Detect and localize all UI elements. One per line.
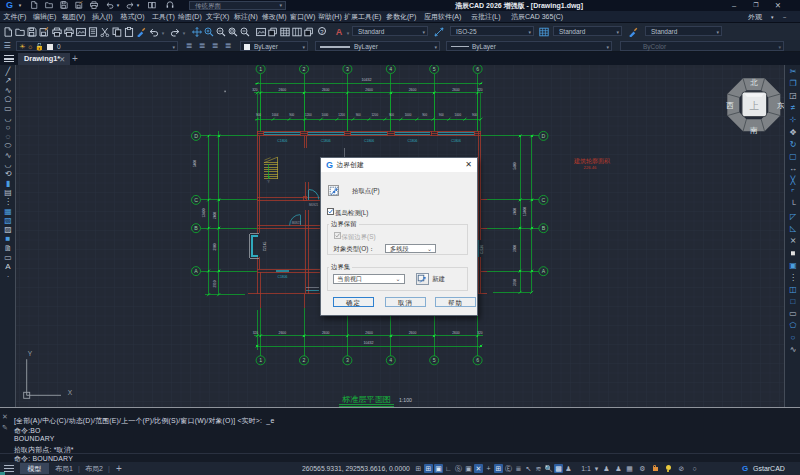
- svg-text:13400: 13400: [202, 208, 206, 217]
- svg-text:M0921: M0921: [292, 221, 302, 225]
- svg-text:南: 南: [749, 126, 758, 135]
- svg-text:900: 900: [256, 113, 261, 117]
- svg-text:2600: 2600: [365, 331, 373, 335]
- svg-text:1000: 1000: [405, 113, 412, 117]
- svg-text:1:100: 1:100: [399, 397, 412, 403]
- svg-text:2600: 2600: [452, 88, 460, 92]
- svg-text:1000: 1000: [455, 113, 462, 117]
- svg-text:6: 6: [476, 357, 479, 363]
- svg-text:10432: 10432: [362, 78, 372, 82]
- svg-text:320: 320: [252, 88, 258, 92]
- svg-text:1: 1: [259, 357, 262, 363]
- svg-text:X: X: [68, 389, 73, 396]
- svg-text:5: 5: [433, 357, 436, 363]
- svg-text:C2145: C2145: [263, 242, 267, 252]
- svg-text:A: A: [194, 268, 198, 274]
- svg-text:1200: 1200: [371, 113, 378, 117]
- svg-text:900: 900: [356, 113, 361, 117]
- svg-text:2600: 2600: [279, 331, 287, 335]
- svg-text:6: 6: [476, 66, 479, 72]
- svg-text:C: C: [194, 197, 198, 203]
- svg-text:3: 3: [346, 357, 349, 363]
- svg-text:下: 下: [267, 180, 270, 184]
- svg-text:C: C: [542, 197, 546, 203]
- svg-text:1200: 1200: [305, 113, 312, 117]
- svg-text:320: 320: [477, 331, 483, 335]
- svg-text:2400: 2400: [213, 212, 217, 219]
- svg-text:226.46: 226.46: [584, 165, 597, 170]
- svg-text:320: 320: [477, 88, 483, 92]
- svg-text:C1806: C1806: [278, 275, 288, 279]
- svg-text:C2136: C2136: [480, 245, 484, 254]
- svg-text:900: 900: [439, 113, 444, 117]
- svg-text:13400: 13400: [523, 207, 527, 216]
- svg-text:4: 4: [389, 66, 392, 72]
- svg-text:2600: 2600: [322, 331, 330, 335]
- svg-text:2600: 2600: [409, 88, 417, 92]
- svg-text:2600: 2600: [365, 88, 373, 92]
- svg-text:900: 900: [389, 113, 394, 117]
- svg-text:D: D: [194, 133, 198, 139]
- svg-text:5: 5: [433, 66, 436, 72]
- svg-text:C1806: C1806: [321, 139, 331, 143]
- svg-text:M0921: M0921: [309, 203, 319, 207]
- svg-text:900: 900: [289, 113, 294, 117]
- svg-text:西: 西: [726, 101, 734, 110]
- svg-text:2600: 2600: [452, 331, 460, 335]
- svg-text:标准层平面图: 标准层平面图: [342, 395, 391, 404]
- svg-text:5400: 5400: [193, 160, 197, 167]
- svg-text:B: B: [542, 225, 546, 231]
- svg-text:Y: Y: [28, 350, 33, 357]
- svg-text:2: 2: [303, 66, 306, 72]
- svg-text:2: 2: [303, 357, 306, 363]
- svg-text:1: 1: [259, 66, 262, 72]
- svg-text:2600: 2600: [409, 331, 417, 335]
- svg-text:C1806: C1806: [408, 139, 418, 143]
- svg-text:900: 900: [422, 113, 427, 117]
- svg-text:A: A: [542, 268, 546, 274]
- svg-text:C1806: C1806: [364, 139, 374, 143]
- svg-text:5400: 5400: [513, 162, 517, 169]
- svg-text:建筑轮廓面积: 建筑轮廓面积: [573, 157, 610, 165]
- svg-text:C1806: C1806: [451, 139, 461, 143]
- svg-text:320: 320: [253, 331, 259, 335]
- svg-text:3: 3: [346, 66, 349, 72]
- svg-text:北: 北: [750, 78, 758, 87]
- svg-text:2600: 2600: [279, 88, 287, 92]
- svg-text:1000: 1000: [322, 113, 329, 117]
- svg-text:3900: 3900: [513, 245, 517, 252]
- svg-text:3900: 3900: [213, 243, 217, 250]
- svg-text:1004: 1004: [272, 113, 279, 117]
- svg-text:上: 上: [749, 100, 759, 111]
- svg-text:2910: 2910: [213, 280, 217, 287]
- svg-text:东: 东: [777, 101, 784, 110]
- svg-text:C1806: C1806: [277, 139, 287, 143]
- svg-text:D: D: [542, 133, 546, 139]
- svg-text:10432: 10432: [364, 341, 374, 345]
- svg-text:B: B: [194, 225, 198, 231]
- svg-text:2600: 2600: [322, 88, 330, 92]
- svg-text:3910: 3910: [513, 279, 517, 286]
- svg-text:900: 900: [472, 113, 477, 117]
- svg-text:4: 4: [389, 357, 392, 363]
- svg-text:2400: 2400: [513, 208, 517, 215]
- svg-text:1200: 1200: [338, 113, 345, 117]
